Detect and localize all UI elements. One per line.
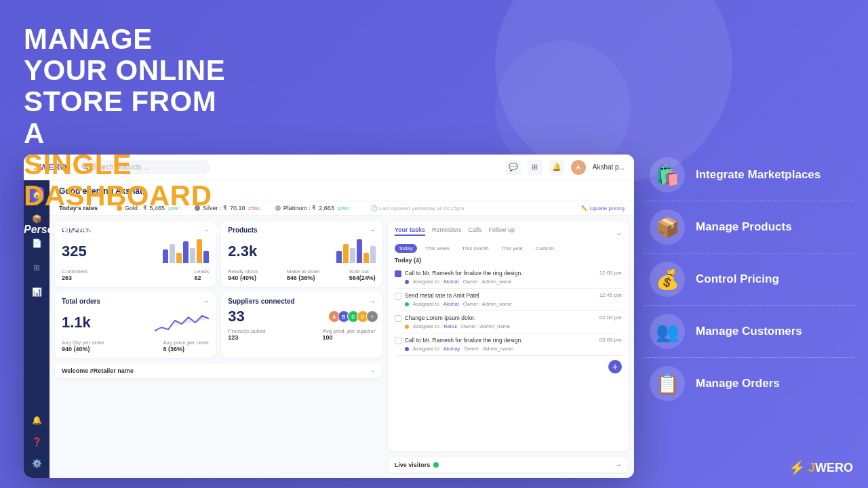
customers-icon: 👥 <box>656 321 679 343</box>
platinum-label: Platinum : ₹ <box>283 205 317 211</box>
left-panels: Contacts → 325 <box>55 221 388 472</box>
products-arrow[interactable]: → <box>369 226 376 234</box>
shopify-icon: 🛍️ <box>656 164 679 186</box>
welcome-arrow[interactable]: → <box>370 367 376 374</box>
total-orders-widget: Total orders → 1.1k <box>55 292 216 358</box>
task-time-1: 12:00 pm <box>599 270 622 276</box>
total-orders-header: Total orders → <box>62 298 209 305</box>
task-assigned-1: Assigned to : Akshat <box>413 279 459 285</box>
tab-reminders[interactable]: Reminders <box>432 226 462 236</box>
pbar-2 <box>343 244 349 263</box>
grid-icon-btn[interactable]: ⊞ <box>528 160 542 175</box>
total-orders-num: 1.1k <box>62 314 91 331</box>
contacts-total: 325 <box>62 243 87 260</box>
live-dot <box>433 462 439 468</box>
avg-prod-stat: Avg prod. per supplier 100 <box>323 328 376 341</box>
task-assigned-4: Assigned to : Akshay <box>413 346 460 352</box>
bar-7 <box>203 251 209 263</box>
dashboard-content: Contacts → 325 <box>50 216 634 478</box>
tasks-filter-tabs: Today This week This month This year Cus… <box>395 244 622 253</box>
pricing-icon: 💰 <box>656 268 679 291</box>
manage-products-label: Manage Products <box>696 220 792 234</box>
pbar-3 <box>350 248 355 263</box>
last-updated-text: 🕐 Last updated yesterday at 03:15pm <box>371 205 465 211</box>
live-visitors-strip: Live visitors → <box>388 457 629 472</box>
update-pricing-button[interactable]: ✏️ Update pricing <box>581 205 625 211</box>
tasks-arrow[interactable]: → <box>615 230 622 237</box>
filter-today[interactable]: Today <box>395 244 417 253</box>
feature-manage-orders: 📋 Manage Orders <box>644 358 854 409</box>
task-item-4: Call to Mr. Ramesh for finalize the ring… <box>395 333 622 356</box>
task-owner-4: Owner : Admin_name <box>464 346 513 352</box>
bell-icon-btn[interactable]: 🔔 <box>549 160 564 175</box>
sidebar-bell-icon[interactable]: 🔔 <box>29 413 44 428</box>
tasks-panel: Your tasks Reminders Calls Follow up → T… <box>388 221 629 472</box>
tab-your-tasks[interactable]: Your tasks <box>395 226 425 236</box>
task-meta-3: Assigned to : Rahul Owner : Admin_name <box>395 323 622 329</box>
chat-icon-btn[interactable]: 💬 <box>506 160 521 175</box>
silver-change: 15%↓ <box>248 205 262 211</box>
tasks-header: Your tasks Reminders Calls Follow up → <box>395 226 622 240</box>
user-name: Akshat p... <box>593 163 625 171</box>
task-text-4: Call to Mr. Ramesh for finalize the ring… <box>405 337 593 344</box>
task-item-2: Send metal rate to Amit Patel 12:45 pm A… <box>395 289 622 311</box>
hero-section: MANAGE YOUR ONLINE STORE FROM A SINGLE D… <box>24 24 231 236</box>
lightning-icon: ⚡ <box>789 460 806 476</box>
task-checkbox-1[interactable] <box>395 270 401 277</box>
integrate-marketplaces-label: Integrate Marketplaces <box>696 168 821 182</box>
task-text-1: Call to Mr. Ramesh for finalize the ring… <box>405 270 593 277</box>
sidebar-layers-icon[interactable]: ⊞ <box>29 260 44 275</box>
sidebar-doc-icon[interactable]: 📄 <box>29 236 44 251</box>
bar-1 <box>163 249 168 263</box>
pbar-5 <box>363 253 369 263</box>
tasks-main-tabs: Your tasks Reminders Calls Follow up <box>395 226 515 236</box>
tab-follow-up[interactable]: Follow up <box>489 226 515 236</box>
filter-this-year[interactable]: This year <box>497 244 528 253</box>
task-time-3: 02:00 pm <box>599 314 622 321</box>
task-time-4: 03:00 pm <box>599 337 622 343</box>
orders-sub-row: Avg Qty per order 940 (40%) Avg price pe… <box>62 340 209 352</box>
task-checkbox-2[interactable] <box>395 293 401 300</box>
sidebar-help-icon[interactable]: ❓ <box>29 434 44 449</box>
manage-customers-label: Manage Customers <box>696 325 802 338</box>
suppliers-arrow[interactable]: → <box>369 298 376 305</box>
supplier-avatars: A B C D + <box>328 310 376 323</box>
filter-this-month[interactable]: This month <box>458 244 493 253</box>
bar-4 <box>183 241 189 263</box>
task-dot-1 <box>405 280 409 284</box>
task-item-1: Call to Mr. Ramesh for finalize the ring… <box>395 266 622 289</box>
platinum-change: 10%↑ <box>337 205 351 211</box>
filter-custom[interactable]: Custom <box>532 244 559 253</box>
user-avatar[interactable]: A <box>571 160 586 175</box>
filter-this-week[interactable]: This week <box>421 244 454 253</box>
feature-manage-products: 📦 Manage Products <box>644 201 854 253</box>
task-checkbox-4[interactable] <box>395 338 401 344</box>
add-task-button[interactable]: + <box>608 360 622 373</box>
today-label: Today (4) <box>395 257 622 264</box>
task-dot-4 <box>405 347 409 351</box>
tab-calls[interactable]: Calls <box>469 226 482 236</box>
bottom-strip: Welcome #Retailer name → <box>55 363 382 378</box>
topbar-right: 💬 ⊞ 🔔 A Akshat p... <box>506 160 625 175</box>
tasks-card: Your tasks Reminders Calls Follow up → T… <box>388 221 629 451</box>
sidebar-chart-icon[interactable]: 📊 <box>29 285 44 300</box>
supplier-avatar-5: + <box>366 310 378 323</box>
sidebar-settings-icon[interactable]: ⚙️ <box>29 456 44 471</box>
widgets-row-2: Total orders → 1.1k <box>55 292 382 358</box>
platinum-value: 2,663 <box>319 205 334 211</box>
avg-qty-stat: Avg Qty per order 940 (40%) <box>62 340 104 352</box>
suppliers-total: 33 <box>228 308 244 325</box>
products-widget-header: Products → <box>228 226 375 234</box>
task-time-2: 12:45 pm <box>599 292 622 298</box>
total-orders-arrow[interactable]: → <box>202 298 209 305</box>
avg-price-stat: Avg price per order 8 (36%) <box>163 340 209 352</box>
live-visitors-arrow[interactable]: → <box>615 461 622 468</box>
hero-subtitle: Personalized For Your Jewellery Store <box>24 224 231 236</box>
products-sub-row: Ready stock 940 (40%) Make to order 846 … <box>228 268 375 281</box>
hero-title-line2: SINGLE DASHBOARD <box>24 149 231 211</box>
task-text-2: Send metal rate to Amit Patel <box>405 292 593 300</box>
customers-stat: Customers 263 <box>62 268 88 281</box>
feature-manage-customers: 👥 Manage Customers <box>644 306 854 358</box>
task-checkbox-3[interactable] <box>395 315 401 322</box>
task-row1-4: Call to Mr. Ramesh for finalize the ring… <box>395 337 622 344</box>
